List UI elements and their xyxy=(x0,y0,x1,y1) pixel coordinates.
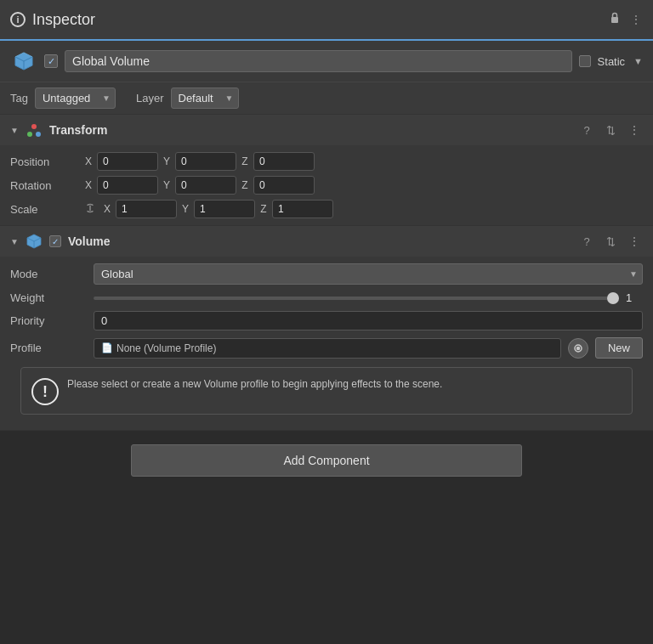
transform-title: Transform xyxy=(49,123,571,137)
position-x-input[interactable] xyxy=(97,152,158,171)
lock-icon[interactable] xyxy=(608,11,622,28)
object-row: Static ▼ xyxy=(0,41,653,82)
priority-input[interactable] xyxy=(94,311,643,330)
add-component-area: Add Component xyxy=(0,431,653,490)
position-z-label: Z xyxy=(240,155,250,167)
scale-z-input[interactable] xyxy=(272,200,333,218)
scale-label: Scale xyxy=(10,203,78,216)
rotation-row: Rotation X Y Z xyxy=(10,176,643,195)
scale-y-label: Y xyxy=(180,203,190,215)
position-xyz: X Y Z xyxy=(83,152,643,171)
object-name-input[interactable] xyxy=(65,50,572,72)
volume-help-icon[interactable]: ? xyxy=(578,233,595,250)
scale-xyz: X Y Z xyxy=(83,200,643,218)
profile-doc-icon: 📄 xyxy=(101,342,113,353)
info-icon: i xyxy=(10,12,26,27)
static-checkbox[interactable] xyxy=(579,55,591,67)
profile-target-button[interactable] xyxy=(568,338,588,359)
add-component-button[interactable]: Add Component xyxy=(131,444,522,477)
scale-y-input[interactable] xyxy=(194,200,255,218)
layer-select-wrapper[interactable]: Default UI Water ▼ xyxy=(171,88,239,109)
transform-sliders-icon[interactable]: ⇅ xyxy=(602,121,619,138)
position-x-label: X xyxy=(83,155,94,167)
scale-z-label: Z xyxy=(258,203,269,215)
volume-body: Mode Global Local ▼ Weight 1 Priority P xyxy=(0,257,653,430)
rotation-y-input[interactable] xyxy=(175,176,236,195)
volume-collapse-arrow[interactable]: ▼ xyxy=(10,237,19,246)
profile-label: Profile xyxy=(10,342,87,354)
volume-sliders-icon[interactable]: ⇅ xyxy=(602,233,619,250)
warning-box: ! Please select or create a new Volume p… xyxy=(20,367,633,415)
rotation-z-label: Z xyxy=(240,179,250,191)
volume-icon xyxy=(26,233,43,250)
object-active-checkbox[interactable] xyxy=(44,54,58,68)
static-label: Static xyxy=(598,55,626,68)
weight-row: Weight 1 xyxy=(10,291,643,304)
scale-row: Scale X Y Z xyxy=(10,200,643,218)
layer-select[interactable]: Default UI Water xyxy=(171,88,239,109)
position-y-input[interactable] xyxy=(175,152,236,171)
weight-slider[interactable] xyxy=(94,297,619,300)
mode-select-wrapper[interactable]: Global Local ▼ xyxy=(94,263,643,285)
header-icons: ⋮ xyxy=(608,11,643,28)
position-z-input[interactable] xyxy=(253,152,315,171)
mode-row: Mode Global Local ▼ xyxy=(10,263,643,285)
volume-section-header[interactable]: ▼ Volume ? ⇅ ⋮ xyxy=(0,226,653,257)
static-dropdown-arrow[interactable]: ▼ xyxy=(633,56,643,66)
transform-icon xyxy=(26,121,43,138)
rotation-xyz: X Y Z xyxy=(83,176,643,195)
warning-icon: ! xyxy=(31,378,59,405)
mode-label: Mode xyxy=(10,268,87,280)
scale-x-label: X xyxy=(102,203,112,215)
transform-more-icon[interactable]: ⋮ xyxy=(626,121,643,138)
new-profile-button[interactable]: New xyxy=(595,337,643,359)
position-y-label: Y xyxy=(162,155,172,167)
volume-section: ▼ Volume ? ⇅ ⋮ Mode Global Local ▼ xyxy=(0,226,653,431)
rotation-z-input[interactable] xyxy=(253,176,315,195)
priority-row: Priority xyxy=(10,311,643,330)
transform-help-icon[interactable]: ? xyxy=(578,121,595,138)
position-row: Position X Y Z xyxy=(10,152,643,171)
tag-label: Tag xyxy=(10,92,28,105)
mode-select[interactable]: Global Local xyxy=(94,263,643,285)
svg-point-3 xyxy=(31,124,37,129)
tag-layer-row: Tag Untagged Player Enemy ▼ Layer Defaul… xyxy=(0,82,653,115)
volume-actions: ? ⇅ ⋮ xyxy=(578,233,643,250)
profile-row: Profile 📄 None (Volume Profile) New xyxy=(10,337,643,359)
weight-value: 1 xyxy=(626,291,643,304)
profile-value-text: None (Volume Profile) xyxy=(116,342,216,354)
rotation-x-label: X xyxy=(83,179,94,191)
volume-more-icon[interactable]: ⋮ xyxy=(626,233,643,250)
inspector-header: i Inspector ⋮ xyxy=(0,0,653,41)
priority-label: Priority xyxy=(10,314,87,327)
position-label: Position xyxy=(10,155,78,168)
weight-slider-group: 1 xyxy=(94,291,643,304)
svg-point-4 xyxy=(27,132,32,137)
rotation-x-input[interactable] xyxy=(97,176,158,195)
rotation-y-label: Y xyxy=(162,179,172,191)
scale-x-input[interactable] xyxy=(116,200,177,218)
volume-title: Volume xyxy=(68,234,571,248)
rotation-label: Rotation xyxy=(10,179,78,192)
game-object-icon xyxy=(10,48,37,75)
transform-body: Position X Y Z Rotation X Y Z xyxy=(0,145,653,225)
warning-text: Please select or create a new Volume pro… xyxy=(67,376,442,392)
transform-section-header[interactable]: ▼ Transform ? ⇅ ⋮ xyxy=(0,115,653,145)
svg-point-5 xyxy=(36,132,41,137)
transform-actions: ? ⇅ ⋮ xyxy=(578,121,643,138)
transform-section: ▼ Transform ? ⇅ ⋮ Position X Y Z xyxy=(0,115,653,226)
more-options-icon[interactable]: ⋮ xyxy=(630,13,643,26)
inspector-title: Inspector xyxy=(32,11,608,29)
svg-point-10 xyxy=(576,347,579,349)
scale-link-icon[interactable] xyxy=(83,201,97,217)
layer-label: Layer xyxy=(136,92,164,105)
transform-collapse-arrow[interactable]: ▼ xyxy=(10,126,19,135)
weight-label: Weight xyxy=(10,291,87,304)
tag-select-wrapper[interactable]: Untagged Player Enemy ▼ xyxy=(35,88,116,109)
profile-value-display: 📄 None (Volume Profile) xyxy=(94,338,561,359)
tag-select[interactable]: Untagged Player Enemy xyxy=(35,88,116,109)
svg-rect-0 xyxy=(611,17,618,23)
volume-active-checkbox[interactable] xyxy=(49,235,61,247)
